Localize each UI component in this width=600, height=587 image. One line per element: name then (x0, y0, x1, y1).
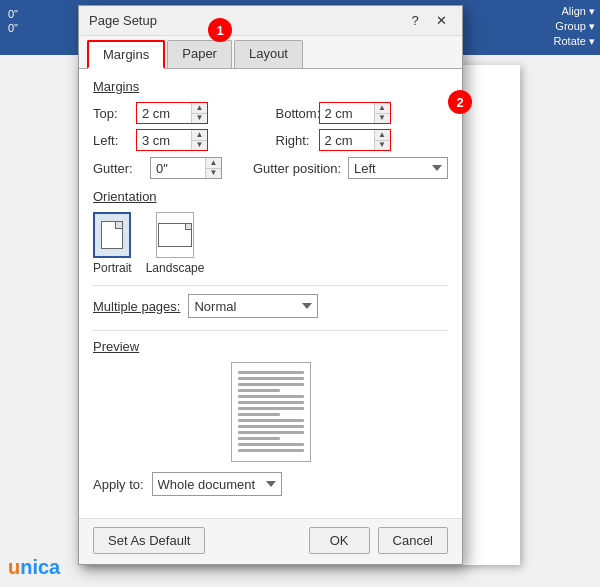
gutter-input-wrap: ▲ ▼ (150, 157, 222, 179)
dialog-titlebar: Page Setup ? ✕ (79, 6, 462, 36)
preview-line-1 (238, 371, 304, 374)
gutter-pos-label: Gutter position: (253, 161, 343, 176)
orientation-options: Portrait Landscape (93, 212, 448, 275)
orientation-section: Orientation Portrait Landscape (93, 189, 448, 275)
gutter-label: Gutter: (93, 161, 145, 176)
ruler-num-2: 0" (8, 22, 18, 34)
bottom-input-wrap: ▲ ▼ (319, 102, 391, 124)
pages-section: Multiple pages: Normal Mirror margins 2 … (93, 285, 448, 318)
dialog-body: Margins Top: ▲ ▼ Bottom: (79, 69, 462, 518)
landscape-option[interactable]: Landscape (146, 212, 205, 275)
set-as-default-button[interactable]: Set As Default (93, 527, 205, 554)
preview-line-10 (238, 425, 304, 428)
annotation-1: 1 (208, 18, 232, 42)
preview-section: Preview (93, 330, 448, 462)
preview-line-11 (238, 431, 304, 434)
preview-line-5 (238, 395, 304, 398)
portrait-label: Portrait (93, 261, 132, 275)
top-spin: ▲ ▼ (191, 103, 207, 123)
footer-right-buttons: OK Cancel (309, 527, 448, 554)
gutter-spin-up[interactable]: ▲ (205, 158, 221, 169)
landscape-icon (156, 212, 194, 258)
group-text: Group ▾ (555, 20, 595, 33)
top-input-wrap: ▲ ▼ (136, 102, 208, 124)
right-label: Right: (276, 133, 314, 148)
preview-line-9 (238, 419, 304, 422)
right-margin-row: Right: ▲ ▼ (276, 129, 449, 151)
page-setup-dialog: Page Setup ? ✕ Margins Paper Layout Marg… (78, 5, 463, 565)
dialog-controls: ? ✕ (404, 11, 452, 31)
preview-box (231, 362, 311, 462)
unica-u: u (8, 556, 20, 578)
margins-section-title: Margins (93, 79, 448, 94)
preview-line-7 (238, 407, 304, 410)
right-spin-down[interactable]: ▼ (374, 141, 390, 151)
preview-line-3 (238, 383, 304, 386)
unica-logo: unica (8, 556, 60, 579)
right-spin: ▲ ▼ (374, 130, 390, 150)
portrait-option[interactable]: Portrait (93, 212, 132, 275)
landscape-label: Landscape (146, 261, 205, 275)
gutter-spin-down[interactable]: ▼ (205, 169, 221, 179)
unica-rest: nica (20, 556, 60, 578)
tab-layout[interactable]: Layout (234, 40, 303, 68)
align-text: Align ▾ (561, 5, 595, 18)
apply-row: Apply to: Whole document This point forw… (93, 472, 448, 496)
gutter-pos-item: Gutter position: Left Top (253, 157, 448, 179)
help-button[interactable]: ? (404, 11, 426, 31)
left-spin: ▲ ▼ (191, 130, 207, 150)
preview-line-12 (238, 437, 281, 440)
orientation-title: Orientation (93, 189, 448, 204)
dialog-footer: Set As Default OK Cancel (79, 518, 462, 562)
landscape-shape (158, 223, 192, 247)
ruler-numbers: 0" 0" (8, 8, 18, 34)
bottom-spin: ▲ ▼ (374, 103, 390, 123)
left-spin-down[interactable]: ▼ (191, 141, 207, 151)
top-spin-up[interactable]: ▲ (191, 103, 207, 114)
bottom-spin-up[interactable]: ▲ (374, 103, 390, 114)
ruler-num-1: 0" (8, 8, 18, 20)
bottom-spin-down[interactable]: ▼ (374, 114, 390, 124)
cancel-button[interactable]: Cancel (378, 527, 448, 554)
preview-line-6 (238, 401, 304, 404)
ok-button[interactable]: OK (309, 527, 370, 554)
margins-grid: Top: ▲ ▼ Bottom: ▲ ▼ (93, 102, 448, 151)
dialog-tabs: Margins Paper Layout (79, 36, 462, 69)
rotate-text: Rotate ▾ (554, 35, 595, 48)
multiple-pages-label: Multiple pages: (93, 299, 180, 314)
portrait-icon (93, 212, 131, 258)
apply-select[interactable]: Whole document This point forward (152, 472, 282, 496)
ribbon-right: Align ▾ Group ▾ Rotate ▾ (520, 0, 600, 55)
left-label: Left: (93, 133, 131, 148)
preview-line-4 (238, 389, 281, 392)
dialog-title: Page Setup (89, 13, 157, 28)
preview-line-14 (238, 449, 304, 452)
gutter-spin: ▲ ▼ (205, 158, 221, 178)
right-spin-up[interactable]: ▲ (374, 130, 390, 141)
bottom-label: Bottom: (276, 106, 314, 121)
pages-row: Multiple pages: Normal Mirror margins 2 … (93, 294, 448, 318)
tab-paper[interactable]: Paper (167, 40, 232, 68)
top-label: Top: (93, 106, 131, 121)
apply-label: Apply to: (93, 477, 144, 492)
top-spin-down[interactable]: ▼ (191, 114, 207, 124)
bottom-margin-row: Bottom: ▲ ▼ (276, 102, 449, 124)
preview-line-2 (238, 377, 304, 380)
top-margin-row: Top: ▲ ▼ (93, 102, 266, 124)
gutter-pos-select[interactable]: Left Top (348, 157, 448, 179)
left-input-wrap: ▲ ▼ (136, 129, 208, 151)
gutter-row: Gutter: ▲ ▼ Gutter position: Left Top (93, 157, 448, 179)
gutter-item: Gutter: ▲ ▼ (93, 157, 243, 179)
left-spin-up[interactable]: ▲ (191, 130, 207, 141)
tab-margins[interactable]: Margins (87, 40, 165, 69)
preview-line-13 (238, 443, 304, 446)
preview-title: Preview (93, 339, 448, 354)
right-input-wrap: ▲ ▼ (319, 129, 391, 151)
multiple-pages-select[interactable]: Normal Mirror margins 2 pages per sheet … (188, 294, 318, 318)
preview-line-8 (238, 413, 281, 416)
portrait-shape (101, 221, 123, 249)
close-button[interactable]: ✕ (430, 11, 452, 31)
left-margin-row: Left: ▲ ▼ (93, 129, 266, 151)
annotation-2: 2 (448, 90, 472, 114)
